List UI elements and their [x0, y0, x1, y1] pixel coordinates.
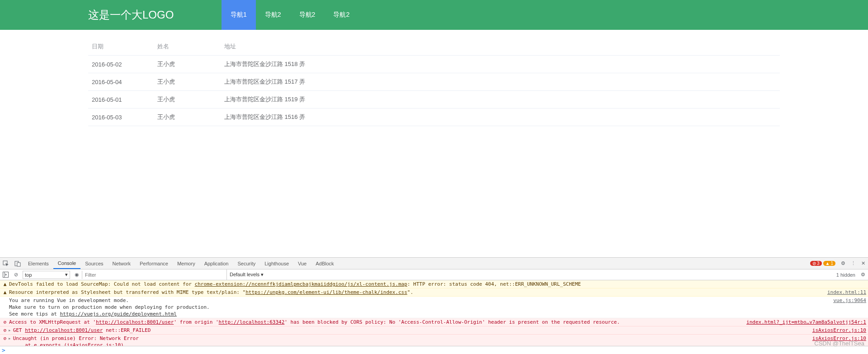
table-header: 日期 [88, 38, 154, 56]
table-cell: 2016-05-04 [88, 73, 154, 91]
table-cell: 上海市普陀区金沙江路 1518 弄 [221, 56, 780, 73]
table-cell: 上海市普陀区金沙江路 1519 弄 [221, 91, 780, 109]
table-row: 2016-05-04王小虎上海市普陀区金沙江路 1517 弄 [88, 73, 780, 91]
main-content: 日期姓名地址 2016-05-02王小虎上海市普陀区金沙江路 1518 弄201… [0, 30, 868, 126]
table-cell: 王小虎 [154, 109, 221, 126]
app-logo: 这是一个大LOGO [0, 0, 222, 30]
table-cell: 2016-05-02 [88, 56, 154, 73]
nav-item-3[interactable]: 导航2 [324, 0, 359, 30]
nav-item-1[interactable]: 导航2 [256, 0, 290, 30]
table-cell: 上海市普陀区金沙江路 1517 弄 [221, 73, 780, 91]
app-header: 这是一个大LOGO 导航1导航2导航2导航2 [0, 0, 868, 30]
table-cell: 2016-05-01 [88, 91, 154, 109]
data-table: 日期姓名地址 2016-05-02王小虎上海市普陀区金沙江路 1518 弄201… [88, 38, 780, 126]
table-row: 2016-05-03王小虎上海市普陀区金沙江路 1516 弄 [88, 109, 780, 126]
table-row: 2016-05-02王小虎上海市普陀区金沙江路 1518 弄 [88, 56, 780, 73]
table-header: 姓名 [154, 38, 221, 56]
table-row: 2016-05-01王小虎上海市普陀区金沙江路 1519 弄 [88, 91, 780, 109]
table-cell: 2016-05-03 [88, 109, 154, 126]
table-header: 地址 [221, 38, 780, 56]
table-cell: 王小虎 [154, 73, 221, 91]
table-cell: 王小虎 [154, 56, 221, 73]
nav-item-0[interactable]: 导航1 [222, 0, 256, 30]
nav-bar: 导航1导航2导航2导航2 [222, 0, 359, 30]
table-cell: 上海市普陀区金沙江路 1516 弄 [221, 109, 780, 126]
table-cell: 王小虎 [154, 91, 221, 109]
nav-item-2[interactable]: 导航2 [290, 0, 325, 30]
